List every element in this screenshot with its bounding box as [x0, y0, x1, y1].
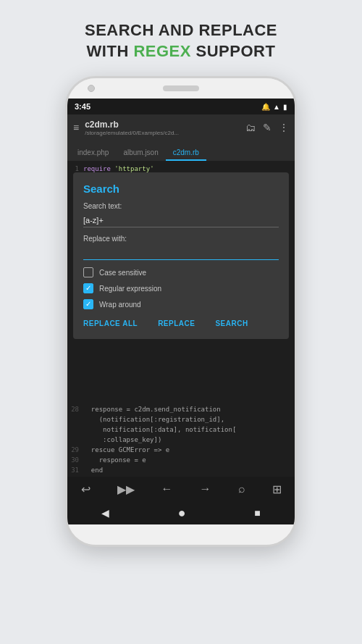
tab-c2dm-rb[interactable]: c2dm.rb [166, 146, 206, 161]
status-bar: 3:45 🔔 ▲ ▮ [67, 99, 295, 114]
case-sensitive-checkbox[interactable] [83, 267, 93, 277]
regex-checkbox[interactable]: ✓ [83, 283, 93, 293]
notification-icon: 🔔 [261, 103, 270, 111]
header-regex: REGEX [133, 42, 191, 60]
edit-icon[interactable]: ✎ [263, 122, 272, 133]
header-line1: SEARCH AND REPLACE [85, 20, 277, 41]
menu-icon[interactable]: ≡ [73, 122, 79, 133]
header-with: WITH [87, 42, 134, 60]
header-line2: WITH REGEX SUPPORT [85, 41, 277, 62]
checkbox-check-icon2: ✓ [85, 301, 91, 308]
toolbar-actions: 🗂 ✎ ⋮ [245, 122, 289, 133]
replace-all-button[interactable]: REPLACE ALL [83, 317, 138, 330]
app-toolbar: ≡ c2dm.rb /storage/emulated/0/Examples/c… [67, 114, 295, 141]
more-icon[interactable]: ⋮ [279, 122, 289, 133]
regex-label: Regular expression [99, 285, 161, 293]
dialog-title: Search [83, 183, 279, 195]
forward-icon[interactable]: ▶▶ [117, 482, 135, 496]
nav-recents[interactable]: ■ [254, 507, 260, 519]
search-button[interactable]: SEARCH [215, 317, 248, 330]
case-sensitive-label: Case sensitive [99, 269, 146, 277]
phone-top [67, 78, 295, 99]
regex-row: ✓ Regular expression [83, 283, 279, 293]
phone-shell: 3:45 🔔 ▲ ▮ ≡ c2dm.rb /storage/emulated/0… [65, 76, 297, 547]
nav-home[interactable]: ● [178, 506, 186, 521]
tab-album-json[interactable]: album.json [116, 146, 165, 161]
search-dialog: Search Search text: Replace with: Case s… [73, 172, 289, 339]
battery-icon: ▮ [283, 103, 287, 111]
status-icons: 🔔 ▲ ▮ [261, 103, 287, 111]
header-support: SUPPORT [191, 42, 275, 60]
checkbox-check-icon: ✓ [85, 285, 91, 292]
wrap-around-label: Wrap around [99, 301, 141, 309]
screen: 3:45 🔔 ▲ ▮ ≡ c2dm.rb /storage/emulated/0… [67, 99, 295, 524]
case-sensitive-row: Case sensitive [83, 267, 279, 277]
nav-back[interactable]: ◀ [101, 507, 109, 519]
grid-icon[interactable]: ⊞ [272, 482, 282, 496]
wrap-around-checkbox[interactable]: ✓ [83, 299, 93, 309]
code-below: 28 response = c2dm.send_notification (no… [67, 403, 295, 477]
tabs-bar: index.php album.json c2dm.rb [67, 141, 295, 161]
toolbar-filepath: /storage/emulated/0/Examples/c2d... [85, 130, 245, 136]
replace-label: Replace with: [83, 235, 279, 243]
header: SEARCH AND REPLACE WITH REGEX SUPPORT [56, 0, 306, 76]
phone-speaker [163, 85, 199, 91]
nav-bar: ◀ ● ■ [67, 501, 295, 524]
dialog-buttons: REPLACE ALL REPLACE SEARCH [83, 317, 279, 330]
replace-button[interactable]: REPLACE [158, 317, 195, 330]
tab-index-php[interactable]: index.php [70, 146, 116, 161]
replace-input[interactable] [83, 246, 279, 260]
folder-icon[interactable]: 🗂 [245, 122, 256, 133]
bottom-toolbar: ↩ ▶▶ ← → ⌕ ⊞ [67, 477, 295, 501]
toolbar-filename: c2dm.rb [85, 120, 245, 130]
back-nav-icon[interactable]: ← [161, 482, 173, 495]
search-input[interactable] [83, 214, 279, 227]
wrap-around-row: ✓ Wrap around [83, 299, 279, 309]
toolbar-title-area: c2dm.rb /storage/emulated/0/Examples/c2d… [85, 120, 245, 136]
status-time: 3:45 [75, 102, 90, 111]
code-area: 1 require 'httparty' 2 require 'json' 3 … [67, 161, 295, 477]
find-icon[interactable]: ⌕ [238, 482, 245, 495]
wifi-icon: ▲ [273, 103, 280, 111]
undo-icon[interactable]: ↩ [81, 482, 90, 496]
search-label: Search text: [83, 202, 279, 210]
phone-bottom [67, 524, 295, 545]
forward-nav-icon[interactable]: → [200, 482, 211, 495]
phone-camera [88, 85, 95, 92]
